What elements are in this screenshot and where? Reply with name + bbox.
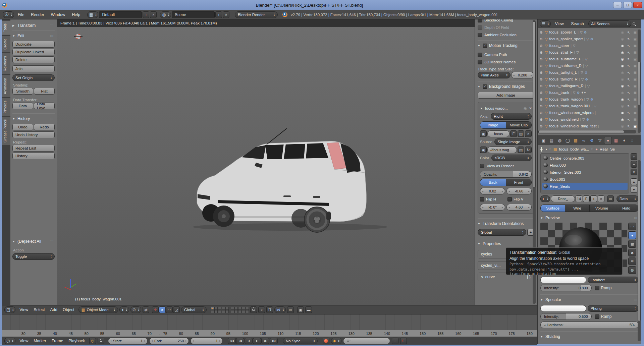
editor-type-timeline-button[interactable]: ◷ bbox=[4, 338, 15, 344]
fake-user-button[interactable]: F bbox=[583, 195, 590, 202]
expand-icon[interactable] bbox=[540, 104, 544, 108]
particles-tab-icon[interactable]: ∗ bbox=[620, 137, 628, 144]
shading-panel-header[interactable]: Shading bbox=[540, 333, 639, 340]
reload-image-icon[interactable]: ↻ bbox=[525, 147, 532, 153]
mode-dropdown[interactable]: ▩Object Mode bbox=[78, 306, 118, 313]
layers-widget[interactable] bbox=[211, 307, 249, 313]
filepath-icon[interactable]: ▣ bbox=[480, 147, 487, 153]
renderable-camera-icon[interactable] bbox=[634, 77, 637, 81]
outliner-display-dropdown[interactable]: All Scenes bbox=[588, 20, 631, 27]
timeline-menu[interactable]: Frame bbox=[49, 338, 66, 344]
visibility-eye-icon[interactable] bbox=[621, 124, 624, 128]
preview-cube-button[interactable]: ▩ bbox=[628, 240, 636, 248]
shade-smooth-button[interactable]: Smooth bbox=[12, 88, 33, 95]
eye-icon[interactable]: ◉ bbox=[524, 106, 527, 111]
remove-image-icon[interactable]: × bbox=[529, 106, 532, 111]
browse-file-icon[interactable]: ▤ bbox=[518, 147, 524, 153]
redo-button[interactable]: Redo bbox=[34, 124, 55, 130]
renderable-camera-icon[interactable] bbox=[634, 57, 637, 61]
toolshelf-tab[interactable]: Relations bbox=[2, 53, 10, 74]
renderable-camera-icon[interactable] bbox=[634, 84, 637, 88]
sync-dropdown[interactable]: No Sync bbox=[283, 338, 318, 344]
search-icon[interactable] bbox=[633, 22, 635, 25]
screen-layout-field[interactable]: Default bbox=[99, 11, 142, 18]
layout-delete-button[interactable]: × bbox=[150, 11, 157, 18]
visibility-eye-icon[interactable] bbox=[621, 44, 624, 48]
editor-type-outliner-button[interactable]: ☰ bbox=[540, 20, 551, 27]
menubar-menu[interactable]: File bbox=[15, 11, 27, 18]
focus_trunk_wagon[interactable]: focus_trunk_wagon | bbox=[538, 96, 641, 103]
specular-ramp-row[interactable]: Ramp bbox=[595, 314, 639, 319]
selectable-cursor-icon[interactable] bbox=[627, 44, 630, 48]
focus_windshield_dmg_test[interactable]: focus_windshield_dmg_test | bbox=[538, 123, 641, 128]
join-button[interactable]: Join bbox=[12, 65, 55, 72]
nodes-icon-button[interactable]: ⊞ bbox=[607, 195, 614, 202]
shade-flat-button[interactable]: Flat bbox=[34, 88, 55, 95]
visibility-eye-icon[interactable] bbox=[621, 71, 624, 74]
background-images-checkbox[interactable] bbox=[483, 84, 487, 89]
repeat-last-button[interactable]: Repeat Last bbox=[12, 145, 55, 152]
lock-to-scene-button[interactable] bbox=[250, 306, 257, 313]
timeline-menu[interactable]: View bbox=[17, 338, 31, 344]
visibility-eye-icon[interactable] bbox=[621, 91, 624, 95]
backface-culling-checkbox[interactable] bbox=[478, 19, 482, 22]
visibility-eye-icon[interactable] bbox=[621, 98, 624, 101]
link-data-dropdown[interactable]: Data bbox=[616, 195, 639, 202]
layout-add-button[interactable]: + bbox=[143, 11, 149, 18]
remove-slot-button[interactable]: − bbox=[631, 161, 637, 168]
focus_steer[interactable]: focus_steer | bbox=[538, 42, 641, 49]
data-tab-icon[interactable]: ▽ bbox=[596, 137, 604, 144]
scene-icon-button[interactable]: ◍ bbox=[160, 11, 171, 18]
unlink-material-button[interactable]: × bbox=[598, 195, 604, 202]
focus_subframe_F[interactable]: focus_subframe_F | bbox=[538, 56, 641, 62]
proportional-edit-button[interactable]: ○ bbox=[258, 306, 265, 313]
camera-path-row[interactable]: Camera Path bbox=[478, 51, 534, 58]
play-button[interactable]: ▶ bbox=[253, 338, 261, 344]
renderable-camera-icon[interactable] bbox=[634, 91, 637, 95]
expand-icon[interactable] bbox=[540, 84, 544, 88]
flip-v-checkbox[interactable] bbox=[507, 197, 512, 201]
open-image-icon[interactable]: ▤ bbox=[518, 130, 524, 137]
toolshelf-tab[interactable]: Physics bbox=[2, 98, 10, 116]
timeline-menu[interactable]: Marker bbox=[31, 338, 49, 344]
toolshelf-tab[interactable]: Tools bbox=[2, 21, 10, 35]
data-transfer-button[interactable]: Data bbox=[12, 103, 33, 109]
motion-tracking-panel-header[interactable]: Motion Tracking bbox=[478, 42, 534, 49]
selectable-cursor-icon[interactable] bbox=[627, 98, 630, 101]
undo-history-button[interactable]: Undo History bbox=[12, 131, 55, 138]
delete-keyframe-button[interactable]: ✗ bbox=[400, 338, 407, 344]
expand-icon[interactable] bbox=[540, 44, 544, 48]
view-as-render-checkbox[interactable] bbox=[480, 164, 484, 168]
menubar-menu[interactable]: Window bbox=[48, 11, 68, 18]
preview-monkey-button[interactable]: ☻ bbox=[628, 249, 636, 256]
selectable-cursor-icon[interactable] bbox=[627, 118, 630, 121]
visibility-eye-icon[interactable] bbox=[621, 37, 624, 41]
specular-color-swatch[interactable] bbox=[540, 305, 586, 312]
focus_taillight_L[interactable]: focus_taillight_L | bbox=[538, 69, 641, 76]
data-layout-transfer-button[interactable]: Data Layo bbox=[34, 103, 55, 109]
preview-sphere-button[interactable]: ● bbox=[628, 231, 636, 239]
viewport-3d[interactable]: Frame:1 | Time:00:00.83 | Ve:37836 Fa:43… bbox=[57, 19, 475, 305]
slot-move-up-button[interactable]: ▴ bbox=[631, 178, 637, 185]
material-type-tab[interactable]: Volume bbox=[590, 205, 614, 212]
expand-icon[interactable] bbox=[540, 64, 544, 68]
expand-icon[interactable] bbox=[540, 124, 544, 128]
Boot.003[interactable]: Boot.003 bbox=[542, 176, 628, 183]
visibility-eye-icon[interactable] bbox=[621, 104, 624, 108]
selectable-cursor-icon[interactable] bbox=[627, 37, 630, 41]
current-frame-field[interactable]: 1 bbox=[191, 338, 223, 344]
snap-magnet-button[interactable]: Ω bbox=[266, 306, 273, 313]
viewport-menu[interactable]: Add bbox=[48, 306, 60, 313]
undo-button[interactable]: Undo bbox=[12, 124, 33, 130]
expand-icon[interactable]: ▼ bbox=[480, 107, 483, 110]
track-type-dropdown[interactable]: Plain Axes bbox=[478, 72, 511, 78]
expand-icon[interactable] bbox=[540, 37, 544, 41]
tab-image[interactable]: Image bbox=[480, 122, 506, 128]
renderable-camera-icon[interactable] bbox=[634, 31, 637, 34]
specular-shader-dropdown[interactable]: Phong bbox=[588, 305, 639, 312]
focus_spoiler_sport[interactable]: focus_spoiler_sport | bbox=[538, 36, 641, 42]
scene-field[interactable]: Scene bbox=[172, 11, 215, 18]
tab-movie-clip[interactable]: Movie Clip bbox=[506, 122, 532, 128]
background-images-panel-header[interactable]: Background Images bbox=[478, 83, 534, 90]
material-tab-icon[interactable]: ● bbox=[604, 137, 612, 144]
